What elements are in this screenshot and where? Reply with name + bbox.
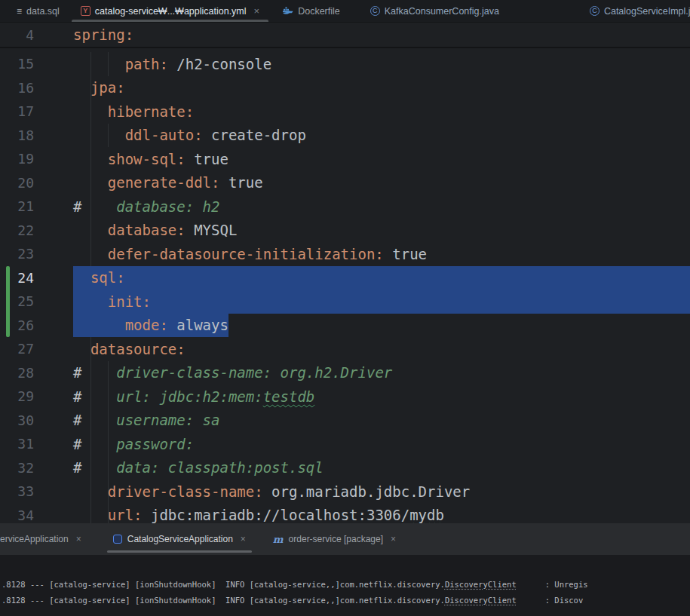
run-tab-erviceapplication[interactable]: erviceApplication× <box>0 523 89 555</box>
line-number[interactable]: 21 <box>0 198 34 214</box>
code-line[interactable]: 26 mode: always <box>0 314 690 338</box>
code-text: # url: jdbc:h2:mem:testdb <box>73 388 314 405</box>
console-log-line: .8128 --- [catalog-service] [ionShutdown… <box>2 580 690 596</box>
line-number[interactable]: 27 <box>0 341 34 357</box>
code-line[interactable]: 29# url: jdbc:h2:mem:testdb <box>0 385 690 409</box>
code-line[interactable]: 23 defer-datasource-initialization: true <box>0 242 690 266</box>
code-line[interactable]: 20 generate-ddl: true <box>0 171 690 195</box>
code-line[interactable]: 25 init: <box>0 290 690 314</box>
editor-pane[interactable]: 4 spring: 15 path: /h2-console16 jpa:17 … <box>0 23 690 523</box>
code-line[interactable]: 32# data: classpath:post.sql <box>0 456 690 480</box>
yaml-file-icon: Y <box>81 6 90 16</box>
code-text: url: jdbc:mariadb://localhost:3306/mydb <box>73 507 444 523</box>
close-tab-icon[interactable]: × <box>76 534 81 544</box>
run-tab-label: CatalogServiceApplication <box>127 534 233 544</box>
run-console-output[interactable]: .8128 --- [catalog-service] [ionShutdown… <box>0 555 690 616</box>
run-tab-order-service-package-[interactable]: morder-service [package]× <box>265 523 403 555</box>
line-number[interactable]: 30 <box>0 412 34 428</box>
code-line[interactable]: 31# password: <box>0 432 690 456</box>
run-config-icon <box>113 535 122 544</box>
line-number[interactable]: 34 <box>0 507 34 523</box>
console-log-line: .8128 --- [catalog-service] [ionShutdown… <box>2 596 690 611</box>
close-tab-icon[interactable]: × <box>391 534 396 544</box>
sticky-line-number[interactable]: 4 <box>0 27 34 43</box>
line-number[interactable]: 26 <box>0 317 34 333</box>
editor-tab-data-sql[interactable]: ≡data.sql <box>8 0 69 22</box>
editor-tab-catalogserviceimpl-java[interactable]: CCatalogServiceImpl.java <box>581 0 690 22</box>
line-number[interactable]: 22 <box>0 222 34 238</box>
close-tab-icon[interactable]: × <box>241 534 246 544</box>
selection-highlight <box>73 290 690 314</box>
docker-icon <box>282 7 293 16</box>
code-line[interactable]: 27 datasource: <box>0 337 690 361</box>
run-tool-window-tab-bar: erviceApplication×CatalogServiceApplicat… <box>0 523 690 555</box>
code-line[interactable]: 33 driver-class-name: org.mariadb.jdbc.D… <box>0 480 690 504</box>
code-line[interactable]: 16 jpa: <box>0 76 690 100</box>
line-number[interactable]: 25 <box>0 293 34 309</box>
code-line[interactable]: 30# username: sa <box>0 409 690 433</box>
code-text: driver-class-name: org.mariadb.jdbc.Driv… <box>73 483 470 500</box>
line-number[interactable]: 17 <box>0 103 34 119</box>
code-line[interactable]: 28# driver-class-name: org.h2.Driver <box>0 361 690 385</box>
line-number[interactable]: 16 <box>0 80 34 96</box>
selection-highlight <box>73 266 690 290</box>
code-text: # driver-class-name: org.h2.Driver <box>73 364 392 381</box>
logger-link[interactable]: DiscoveryClient <box>445 596 517 605</box>
code-line[interactable]: 24 sql: <box>0 266 690 290</box>
code-line[interactable]: 34 url: jdbc:mariadb://localhost:3306/my… <box>0 504 690 524</box>
editor-tab-catalog-service-application-yml[interactable]: Ycatalog-service₩...₩application.yml× <box>72 0 268 22</box>
code-text: # username: sa <box>73 412 219 428</box>
code-text: # password: <box>73 436 194 452</box>
code-line[interactable]: 21# database: h2 <box>0 195 690 219</box>
editor-tab-dockerfile[interactable]: Dockerfile <box>273 0 349 22</box>
log-text: .8128 --- [catalog-service] [ionShutdown… <box>2 596 445 605</box>
vcs-change-marker[interactable] <box>6 266 10 338</box>
line-number[interactable]: 32 <box>0 460 34 476</box>
code-line[interactable]: 15 path: /h2-console <box>0 52 690 76</box>
code-text: generate-ddl: true <box>73 174 263 191</box>
code-text: sql: <box>73 269 125 286</box>
line-number[interactable]: 15 <box>0 56 34 72</box>
line-number[interactable]: 24 <box>0 270 34 286</box>
code-text: mode: always <box>73 317 228 333</box>
editor-tab-label: catalog-service₩...₩application.yml <box>95 6 247 17</box>
line-number[interactable]: 29 <box>0 388 34 404</box>
code-text: path: /h2-console <box>73 56 271 72</box>
ide-window: ≡data.sqlYcatalog-service₩...₩applicatio… <box>0 0 690 616</box>
editor-tab-label: KafkaConsumerConfig.java <box>385 6 499 17</box>
line-number[interactable]: 20 <box>0 175 34 191</box>
line-number[interactable]: 23 <box>0 246 34 262</box>
close-tab-icon[interactable]: × <box>254 5 260 17</box>
editor-tab-label: Dockerfile <box>298 6 340 17</box>
sql-file-icon: ≡ <box>17 7 22 16</box>
maven-icon: m <box>273 535 284 544</box>
code-text: jpa: <box>73 79 125 96</box>
line-number[interactable]: 18 <box>0 127 34 143</box>
editor-tab-kafkaconsumerconfig-java[interactable]: CKafkaConsumerConfig.java <box>361 0 508 22</box>
code-text: init: <box>73 293 151 310</box>
line-number[interactable]: 33 <box>0 483 34 499</box>
code-lines: 15 path: /h2-console16 jpa:17 hibernate:… <box>0 48 690 523</box>
code-text: ddl-auto: create-drop <box>73 127 306 143</box>
code-line[interactable]: 22 database: MYSQL <box>0 219 690 243</box>
editor-tab-label: CatalogServiceImpl.java <box>604 6 690 17</box>
code-text: # data: classpath:post.sql <box>73 459 324 476</box>
sticky-context-line[interactable]: 4 spring: <box>0 23 690 48</box>
run-tab-catalogserviceapplication[interactable]: CatalogServiceApplication× <box>106 523 253 555</box>
log-text: .8128 --- [catalog-service] [ionShutdown… <box>2 580 445 589</box>
log-text: : Discov <box>517 596 584 605</box>
logger-link[interactable]: DiscoveryClient <box>445 580 517 589</box>
code-line[interactable]: 19 show-sql: true <box>0 147 690 171</box>
log-text: : Unregis <box>517 580 588 589</box>
line-number[interactable]: 28 <box>0 365 34 381</box>
code-text: hibernate: <box>73 103 194 120</box>
sticky-line-text: spring: <box>73 26 133 43</box>
class-icon: C <box>590 6 600 16</box>
code-line[interactable]: 18 ddl-auto: create-drop <box>0 124 690 148</box>
line-number[interactable]: 19 <box>0 151 34 167</box>
class-icon: C <box>370 6 380 16</box>
line-number[interactable]: 31 <box>0 436 34 452</box>
code-line[interactable]: 17 hibernate: <box>0 100 690 124</box>
run-tab-label: order-service [package] <box>289 534 383 544</box>
code-text: # database: h2 <box>73 198 219 215</box>
